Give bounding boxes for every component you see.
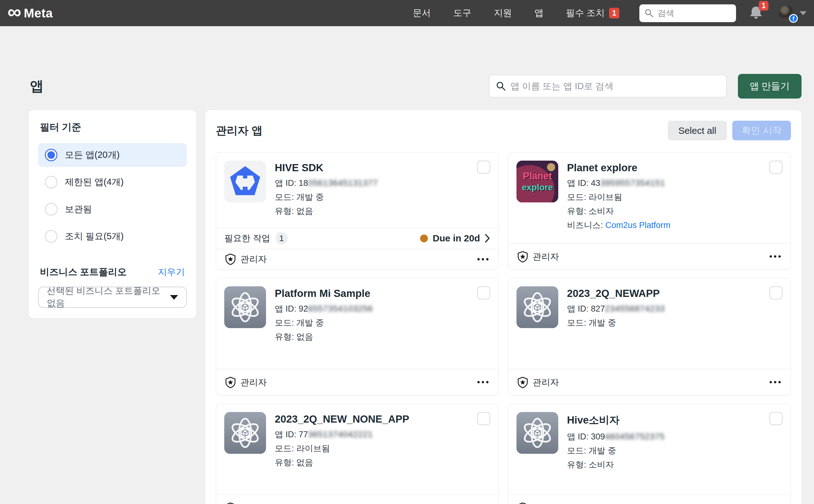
required-actions-badge: 1 — [609, 8, 619, 18]
admin-shield-icon — [516, 502, 529, 504]
app-name[interactable]: 2023_2Q_NEWAPP — [567, 288, 665, 299]
app-select-checkbox[interactable] — [477, 161, 490, 174]
notifications-button[interactable]: 1 — [749, 5, 763, 21]
app-type: 유형: 없음 — [275, 206, 378, 217]
meta-infinity-icon: ∞ — [7, 4, 21, 20]
nav-item-required-actions[interactable]: 필수 조치 1 — [566, 7, 619, 19]
global-search[interactable] — [639, 4, 736, 22]
nav-item-apps[interactable]: 앱 — [535, 7, 544, 19]
role-label: 관리자 — [224, 376, 267, 389]
app-type: 유형: 없음 — [275, 331, 373, 342]
business-link[interactable]: Com2us Platform — [605, 221, 671, 230]
portfolio-select-value: 선택된 비즈니스 포트폴리오 없음 — [47, 285, 170, 310]
page-header: 앱 앱 만들기 — [30, 74, 802, 99]
search-icon — [644, 8, 654, 18]
role-label: 관리자 — [516, 250, 559, 263]
app-name[interactable]: Planet explore — [567, 162, 671, 174]
admin-shield-icon — [516, 376, 529, 389]
app-card-hive-sdk: HIVE SDK 앱 ID: 1805613645131377 모드: 개발 중… — [216, 152, 499, 270]
app-id: 앱 ID: 1805613645131377 — [275, 177, 378, 189]
portfolio-title: 비즈니스 포트폴리오 — [40, 266, 127, 279]
app-select-checkbox[interactable] — [769, 161, 783, 174]
app-mode: 모드: 개발 중 — [567, 317, 665, 328]
app-name[interactable]: 2023_2Q_NEW_NONE_APP — [275, 413, 409, 425]
nav-item-tools[interactable]: 도구 — [453, 7, 472, 19]
app-select-checkbox[interactable] — [769, 412, 783, 425]
more-menu-button[interactable]: ••• — [769, 252, 783, 261]
app-id: 앱 ID: 773651374042221 — [275, 429, 409, 440]
app-mode: 모드: 라이브됨 — [567, 191, 671, 203]
app-search[interactable] — [489, 75, 727, 97]
required-tasks-row: 필요한 작업 1 Due in 20d — [216, 228, 498, 249]
due-link[interactable]: Due in 20d — [420, 233, 490, 244]
app-card-2023-2q-newapp: 2023_2Q_NEWAPP 앱 ID: 827234556874233 모드:… — [508, 278, 791, 395]
app-id: 앱 ID: 309460456752375 — [567, 431, 665, 442]
app-select-checkbox[interactable] — [477, 286, 490, 299]
app-mode: 모드: 라이브됨 — [275, 443, 409, 454]
filter-option-label: 조치 필요(5개) — [65, 230, 124, 243]
meta-logo-text: Meta — [24, 6, 53, 20]
app-name[interactable]: Platform Mi Sample — [275, 288, 373, 299]
filter-option-action-needed[interactable]: 조치 필요(5개) — [38, 225, 187, 248]
clear-portfolio-link[interactable]: 지우기 — [158, 266, 185, 279]
app-type: 유형: 소비자 — [567, 206, 671, 217]
nav-item-docs[interactable]: 문서 — [413, 7, 431, 19]
meta-logo[interactable]: ∞ Meta — [7, 5, 53, 21]
filter-option-archived[interactable]: 보관됨 — [38, 197, 187, 221]
app-id: 앱 ID: 926557354103256 — [275, 303, 373, 314]
app-search-input[interactable] — [511, 81, 720, 91]
global-search-input[interactable] — [657, 8, 731, 18]
admin-shield-icon — [224, 376, 237, 389]
app-id: 앱 ID: 433959557354151 — [567, 177, 671, 189]
role-label: 관리자 — [224, 253, 267, 266]
more-menu-button[interactable]: ••• — [769, 377, 783, 387]
radio-icon — [45, 230, 57, 243]
app-type: 유형: 없음 — [275, 457, 409, 468]
nav-item-required-actions-label: 필수 조치 — [566, 7, 605, 19]
hive-sdk-app-icon — [224, 161, 266, 202]
app-name[interactable]: HIVE SDK — [275, 162, 378, 174]
app-card-grid: HIVE SDK 앱 ID: 1805613645131377 모드: 개발 중… — [216, 152, 791, 504]
avatar: f — [779, 5, 795, 21]
planet-explore-app-icon: Planet explore — [516, 161, 558, 202]
section-title: 관리자 앱 — [216, 123, 263, 138]
role-label: 관리자 — [224, 502, 267, 504]
app-card-planet-explore: Planet explore Planet explore 앱 ID: 4339… — [508, 152, 791, 270]
admin-shield-icon — [516, 250, 529, 263]
page-title: 앱 — [30, 77, 44, 95]
nav-item-support[interactable]: 지원 — [494, 7, 512, 19]
role-label: 관리자 — [516, 376, 559, 389]
required-tasks-count: 1 — [275, 232, 288, 245]
filter-option-restricted-apps[interactable]: 제한된 앱(4개) — [38, 170, 187, 194]
filter-option-label: 보관됨 — [65, 203, 92, 216]
admin-shield-icon — [224, 502, 237, 504]
start-review-button[interactable]: 확인 시작 — [732, 121, 791, 140]
filter-option-all-apps[interactable]: 모든 앱(20개) — [38, 143, 187, 167]
due-status-dot — [420, 235, 428, 242]
select-all-button[interactable]: Select all — [668, 121, 727, 140]
required-tasks-label: 필요한 작업 — [224, 232, 270, 244]
more-menu-button[interactable]: ••• — [477, 254, 490, 264]
app-select-checkbox[interactable] — [769, 286, 783, 299]
create-app-button[interactable]: 앱 만들기 — [738, 74, 802, 99]
filter-option-label: 제한된 앱(4개) — [65, 176, 124, 188]
app-name[interactable]: Hive소비자 — [567, 413, 665, 427]
profile-menu[interactable]: f — [779, 5, 807, 21]
radio-checked-icon — [45, 149, 57, 161]
search-icon — [496, 81, 506, 91]
app-card-hive-consumer: Hive소비자 앱 ID: 309460456752375 모드: 개발 중 유… — [508, 404, 791, 504]
app-mode: 모드: 개발 중 — [275, 191, 378, 203]
portfolio-select[interactable]: 선택된 비즈니스 포트폴리오 없음 — [38, 287, 187, 308]
more-menu-button[interactable]: ••• — [477, 377, 490, 387]
app-mode: 모드: 개발 중 — [567, 445, 665, 456]
chevron-right-icon — [485, 234, 490, 243]
role-label: 관리자 — [516, 502, 559, 504]
app-select-checkbox[interactable] — [477, 412, 490, 425]
filter-panel: 필터 기준 모든 앱(20개) 제한된 앱(4개) 보관됨 조치 필요(5개) … — [29, 110, 196, 318]
app-mode: 모드: 개발 중 — [275, 317, 373, 328]
app-business: 비즈니스: Com2us Platform — [567, 220, 671, 231]
app-card-2023-2q-new-none-app: 2023_2Q_NEW_NONE_APP 앱 ID: 7736513740422… — [216, 404, 499, 504]
filter-option-label: 모든 앱(20개) — [65, 149, 120, 161]
chevron-down-icon — [800, 11, 807, 15]
admin-apps-panel: 관리자 앱 Select all 확인 시작 HIVE SDK — [205, 110, 802, 504]
